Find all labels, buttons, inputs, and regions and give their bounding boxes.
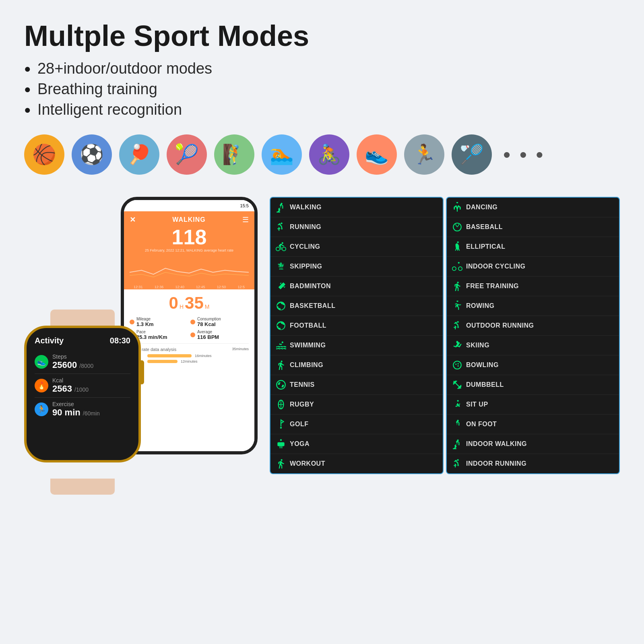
dumbbell-label: DUMBBELL: [466, 381, 504, 388]
watch-kcal-info: Kcal 2563 /1000: [52, 377, 130, 394]
phone-chart-labels: 12:31 12:36 12:40 12:45 12:50 12:5: [130, 285, 249, 289]
sport-item-baseball[interactable]: BASEBALL: [447, 217, 619, 237]
svg-point-9: [458, 365, 459, 367]
dumbbell-icon: [452, 379, 463, 390]
phone-session-time: 0 H 35 M: [130, 293, 249, 313]
features-list: 28+indoor/outdoor modes Breathing traini…: [24, 60, 620, 118]
running-label: RUNNING: [290, 223, 321, 231]
sport-item-climbing[interactable]: CLIMBING: [270, 355, 443, 375]
sport-icon-running[interactable]: 👟: [357, 134, 397, 175]
phone-chart-area: 12:31 12:36 12:40 12:45 12:50 12:5: [124, 257, 254, 289]
free-training-icon: [452, 281, 463, 292]
watch-time: 08:30: [110, 336, 130, 345]
watch-stat-kcal: 🔥 Kcal 2563 /1000: [35, 374, 130, 398]
chart-label-6: 12:5: [237, 285, 245, 289]
sport-icon-swimming[interactable]: 🏊: [262, 134, 302, 175]
sport-icon-tennis[interactable]: 🎾: [167, 134, 207, 175]
sport-item-swimming[interactable]: SWIMMING: [270, 336, 443, 355]
free-training-label: FREE TRAINING: [466, 283, 519, 290]
phone-header-row: ✕ WALKING ☰: [130, 215, 249, 224]
sport-item-basketball[interactable]: BASKETBALL: [270, 296, 443, 316]
tennis-icon: [275, 379, 287, 390]
sport-item-indoor-walking[interactable]: INDOOR WALKING: [447, 434, 619, 454]
sport-item-golf[interactable]: GOLF: [270, 415, 443, 434]
basketball-icon: [275, 300, 287, 312]
heart-bar-light-bar: [147, 354, 192, 357]
yoga-icon: [275, 438, 287, 450]
dancing-icon: [452, 202, 463, 213]
sport-item-indoor-running[interactable]: INDOOR RUNNING: [447, 454, 619, 473]
phone-status-bar: 15:5: [124, 200, 254, 211]
feature-item-3: Intelligent recognition: [24, 101, 620, 118]
sport-icon-cycling[interactable]: 🚴: [309, 134, 349, 175]
average-value: 116 BPM: [197, 334, 219, 340]
golf-icon: [275, 419, 287, 430]
sport-icon-badminton[interactable]: 🏸: [452, 134, 492, 175]
sport-item-workout[interactable]: WORKOUT: [270, 454, 443, 473]
baseball-label: BASEBALL: [466, 223, 503, 231]
sport-item-outdoor-running[interactable]: OUTDOOR RUNNING: [447, 316, 619, 336]
climbing-label: CLIMBING: [290, 361, 323, 369]
sport-item-skiing[interactable]: SKIING: [447, 336, 619, 355]
indoor-cycling-label: INDOOR CYCLING: [466, 263, 525, 270]
running-icon: [275, 221, 287, 233]
svg-point-6: [453, 361, 461, 369]
skiing-icon: [452, 340, 463, 351]
sport-item-elliptical[interactable]: ELLIPTICAL: [447, 237, 619, 257]
sport-icon-pingpong[interactable]: 🏓: [119, 134, 159, 175]
mileage-dot: [130, 320, 134, 324]
sport-modes-right-column: DANCING BASEBALL ELLIPTICAL: [446, 197, 620, 474]
sport-item-bowling[interactable]: BOWLING: [447, 355, 619, 375]
elliptical-icon: [452, 241, 463, 252]
sport-item-yoga[interactable]: YOGA: [270, 434, 443, 454]
phone-heart-chart: [130, 259, 249, 283]
sport-icon-hiking[interactable]: 🧗: [214, 134, 254, 175]
sport-item-football[interactable]: FOOTBALL: [270, 316, 443, 336]
sport-item-dancing[interactable]: DANCING: [447, 198, 619, 217]
page-container: Multple Sport Modes 28+indoor/outdoor mo…: [0, 0, 644, 644]
phone-activity-title: WALKING: [172, 216, 206, 223]
sport-icon-treadmill[interactable]: 🏃: [404, 134, 444, 175]
sport-item-skipping[interactable]: SKIPPING: [270, 257, 443, 277]
sport-icon-basketball[interactable]: 🏀: [24, 134, 64, 175]
watch-exercise-value: 90 min /60min: [52, 407, 130, 418]
watch-steps-icon: 👟: [35, 355, 48, 369]
rugby-label: RUGBY: [290, 401, 314, 408]
more-sports-indicator: • • •: [503, 142, 545, 167]
badminton-label: BADMINTON: [290, 283, 331, 290]
sport-item-on-foot[interactable]: ON FOOT: [447, 415, 619, 434]
sport-item-rowing[interactable]: ROWING: [447, 296, 619, 316]
phone-menu-button[interactable]: ☰: [242, 215, 249, 224]
chart-label-2: 12:36: [155, 285, 164, 289]
svg-point-8: [458, 363, 459, 364]
sport-item-cycling[interactable]: CYCLING: [270, 237, 443, 257]
sport-item-dumbbell[interactable]: DUMBBELL: [447, 375, 619, 395]
sport-item-walking[interactable]: WALKING: [270, 198, 443, 217]
sport-icons-row: 🏀 ⚽ 🏓 🎾 🧗 🏊 🚴 👟 🏃 🏸 • • •: [24, 134, 620, 175]
watch-kcal-value: 2563 /1000: [52, 384, 130, 394]
football-label: FOOTBALL: [290, 322, 326, 329]
sport-item-indoor-cycling[interactable]: INDOOR CYCLING: [447, 257, 619, 277]
sport-icon-soccer[interactable]: ⚽: [72, 134, 112, 175]
rowing-label: ROWING: [466, 302, 495, 310]
average-label: Average: [197, 330, 219, 334]
watch-steps-label: Steps: [52, 353, 130, 360]
consumption-label: Consumption: [197, 317, 221, 321]
sport-item-running[interactable]: RUNNING: [270, 217, 443, 237]
bowling-label: BOWLING: [466, 361, 499, 369]
football-icon: [275, 320, 287, 331]
outdoor-running-icon: [452, 320, 463, 331]
phone-close-button[interactable]: ✕: [130, 215, 136, 224]
sport-item-badminton[interactable]: BADMINTON: [270, 277, 443, 296]
feature-item-1: 28+indoor/outdoor modes: [24, 60, 620, 77]
devices-section: 15:5 ✕ WALKING ☰ 118 25 February, 2022 1…: [24, 197, 258, 479]
watch-header: Activity 08:30: [35, 336, 130, 345]
watch-steps-value: 25600 /8000: [52, 360, 130, 370]
phone-stat-consumption: Consumption 78 Kcal: [190, 317, 249, 327]
phone-status-time: 15:5: [240, 203, 249, 208]
sport-item-tennis[interactable]: TENNIS: [270, 375, 443, 395]
sport-item-free-training[interactable]: FREE TRAINING: [447, 277, 619, 296]
badminton-icon: [275, 281, 287, 292]
sport-item-situp[interactable]: SIT UP: [447, 395, 619, 415]
sport-item-rugby[interactable]: RUGBY: [270, 395, 443, 415]
